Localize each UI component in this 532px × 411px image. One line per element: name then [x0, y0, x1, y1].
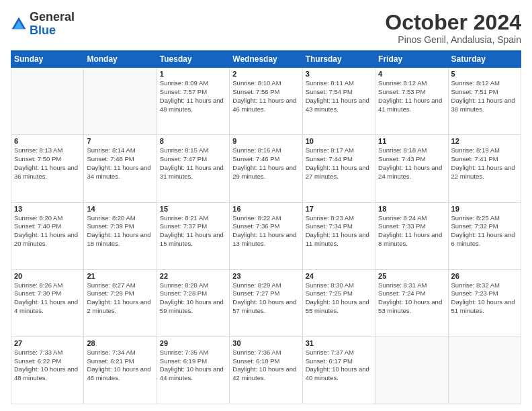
day-number: 15 [160, 205, 226, 213]
day-cell: 16Sunrise: 8:22 AMSunset: 7:36 PMDayligh… [230, 202, 302, 269]
page: General Blue October 2024 Pinos Genil, A… [0, 0, 532, 411]
week-row-1: 1Sunrise: 8:09 AMSunset: 7:57 PMDaylight… [11, 68, 521, 135]
day-info: Sunrise: 8:12 AMSunset: 7:51 PMDaylight:… [451, 79, 518, 113]
day-info: Sunrise: 7:37 AMSunset: 6:17 PMDaylight:… [306, 349, 372, 383]
day-number: 8 [160, 137, 226, 145]
day-info: Sunrise: 7:35 AMSunset: 6:19 PMDaylight:… [160, 349, 226, 383]
day-number: 16 [232, 205, 299, 213]
day-cell: 12Sunrise: 8:19 AMSunset: 7:41 PMDayligh… [448, 135, 521, 202]
day-cell: 17Sunrise: 8:23 AMSunset: 7:34 PMDayligh… [302, 202, 375, 269]
day-info: Sunrise: 8:20 AMSunset: 7:39 PMDaylight:… [87, 214, 153, 248]
day-info: Sunrise: 8:32 AMSunset: 7:23 PMDaylight:… [451, 281, 518, 316]
weekday-header-sunday: Sunday [11, 51, 84, 68]
day-cell: 29Sunrise: 7:35 AMSunset: 6:19 PMDayligh… [157, 336, 229, 404]
day-cell: 19Sunrise: 8:25 AMSunset: 7:32 PMDayligh… [448, 202, 521, 269]
day-cell: 2Sunrise: 8:10 AMSunset: 7:56 PMDaylight… [230, 68, 302, 135]
day-info: Sunrise: 8:26 AMSunset: 7:30 PMDaylight:… [14, 281, 81, 316]
logo-icon [11, 16, 27, 32]
day-number: 31 [306, 339, 372, 347]
day-cell: 31Sunrise: 7:37 AMSunset: 6:17 PMDayligh… [302, 336, 375, 404]
day-info: Sunrise: 8:09 AMSunset: 7:57 PMDaylight:… [160, 79, 226, 113]
day-cell: 30Sunrise: 7:36 AMSunset: 6:18 PMDayligh… [230, 336, 302, 404]
month-title: October 2024 [385, 11, 521, 34]
day-number: 30 [232, 339, 299, 347]
day-info: Sunrise: 8:25 AMSunset: 7:32 PMDaylight:… [451, 214, 518, 248]
day-info: Sunrise: 8:22 AMSunset: 7:36 PMDaylight:… [232, 214, 299, 248]
week-row-4: 20Sunrise: 8:26 AMSunset: 7:30 PMDayligh… [11, 269, 521, 336]
day-info: Sunrise: 8:29 AMSunset: 7:27 PMDaylight:… [232, 281, 299, 316]
day-number: 18 [378, 205, 445, 213]
day-number: 9 [232, 137, 299, 145]
day-info: Sunrise: 8:16 AMSunset: 7:46 PMDaylight:… [232, 146, 299, 181]
day-number: 5 [451, 70, 518, 78]
day-cell [11, 68, 84, 135]
weekday-header-saturday: Saturday [448, 51, 521, 68]
weekday-header-row: SundayMondayTuesdayWednesdayThursdayFrid… [11, 51, 521, 68]
weekday-header-thursday: Thursday [302, 51, 375, 68]
day-number: 11 [378, 137, 445, 145]
day-cell: 4Sunrise: 8:12 AMSunset: 7:53 PMDaylight… [375, 68, 448, 135]
day-number: 12 [451, 137, 518, 145]
day-number: 21 [87, 272, 153, 280]
day-number: 2 [232, 70, 299, 78]
day-number: 19 [451, 205, 518, 213]
day-cell [84, 68, 157, 135]
calendar-table: SundayMondayTuesdayWednesdayThursdayFrid… [11, 50, 521, 404]
day-info: Sunrise: 8:17 AMSunset: 7:44 PMDaylight:… [306, 146, 372, 181]
day-number: 27 [14, 339, 81, 347]
day-number: 10 [306, 137, 372, 145]
day-info: Sunrise: 7:36 AMSunset: 6:18 PMDaylight:… [232, 349, 299, 383]
weekday-header-wednesday: Wednesday [230, 51, 302, 68]
day-number: 24 [306, 272, 372, 280]
day-cell: 15Sunrise: 8:21 AMSunset: 7:37 PMDayligh… [157, 202, 229, 269]
day-info: Sunrise: 7:33 AMSunset: 6:22 PMDaylight:… [14, 349, 81, 383]
day-cell [375, 336, 448, 404]
day-number: 17 [306, 205, 372, 213]
day-info: Sunrise: 8:18 AMSunset: 7:43 PMDaylight:… [378, 146, 445, 181]
header: General Blue October 2024 Pinos Genil, A… [11, 11, 521, 45]
day-info: Sunrise: 8:28 AMSunset: 7:28 PMDaylight:… [160, 281, 226, 316]
weekday-header-monday: Monday [84, 51, 157, 68]
day-cell: 14Sunrise: 8:20 AMSunset: 7:39 PMDayligh… [84, 202, 157, 269]
day-cell: 6Sunrise: 8:13 AMSunset: 7:50 PMDaylight… [11, 135, 84, 202]
day-cell: 22Sunrise: 8:28 AMSunset: 7:28 PMDayligh… [157, 269, 229, 336]
logo: General Blue [11, 11, 75, 38]
day-number: 22 [160, 272, 226, 280]
day-info: Sunrise: 8:19 AMSunset: 7:41 PMDaylight:… [451, 146, 518, 181]
day-number: 1 [160, 70, 226, 78]
day-cell [448, 336, 521, 404]
day-info: Sunrise: 8:15 AMSunset: 7:47 PMDaylight:… [160, 146, 226, 181]
day-cell: 23Sunrise: 8:29 AMSunset: 7:27 PMDayligh… [230, 269, 302, 336]
day-cell: 27Sunrise: 7:33 AMSunset: 6:22 PMDayligh… [11, 336, 84, 404]
day-info: Sunrise: 8:13 AMSunset: 7:50 PMDaylight:… [14, 146, 81, 181]
day-info: Sunrise: 8:30 AMSunset: 7:25 PMDaylight:… [306, 281, 372, 316]
day-info: Sunrise: 8:20 AMSunset: 7:40 PMDaylight:… [14, 214, 81, 248]
weekday-header-friday: Friday [375, 51, 448, 68]
day-number: 26 [451, 272, 518, 280]
day-info: Sunrise: 7:34 AMSunset: 6:21 PMDaylight:… [87, 349, 153, 383]
day-number: 7 [87, 137, 153, 145]
day-cell: 26Sunrise: 8:32 AMSunset: 7:23 PMDayligh… [448, 269, 521, 336]
day-cell: 24Sunrise: 8:30 AMSunset: 7:25 PMDayligh… [302, 269, 375, 336]
day-cell: 28Sunrise: 7:34 AMSunset: 6:21 PMDayligh… [84, 336, 157, 404]
day-info: Sunrise: 8:23 AMSunset: 7:34 PMDaylight:… [306, 214, 372, 248]
day-number: 13 [14, 205, 81, 213]
day-cell: 3Sunrise: 8:11 AMSunset: 7:54 PMDaylight… [302, 68, 375, 135]
day-number: 25 [378, 272, 445, 280]
day-cell: 10Sunrise: 8:17 AMSunset: 7:44 PMDayligh… [302, 135, 375, 202]
logo-blue-text: Blue [30, 24, 56, 37]
day-info: Sunrise: 8:10 AMSunset: 7:56 PMDaylight:… [232, 79, 299, 113]
day-number: 3 [306, 70, 372, 78]
day-info: Sunrise: 8:27 AMSunset: 7:29 PMDaylight:… [87, 281, 153, 316]
weekday-header-tuesday: Tuesday [157, 51, 229, 68]
day-number: 23 [232, 272, 299, 280]
day-cell: 9Sunrise: 8:16 AMSunset: 7:46 PMDaylight… [230, 135, 302, 202]
day-number: 6 [14, 137, 81, 145]
day-cell: 25Sunrise: 8:31 AMSunset: 7:24 PMDayligh… [375, 269, 448, 336]
logo-general-text: General [30, 10, 75, 24]
week-row-5: 27Sunrise: 7:33 AMSunset: 6:22 PMDayligh… [11, 336, 521, 404]
title-block: October 2024 Pinos Genil, Andalusia, Spa… [385, 11, 521, 45]
day-cell: 18Sunrise: 8:24 AMSunset: 7:33 PMDayligh… [375, 202, 448, 269]
day-cell: 1Sunrise: 8:09 AMSunset: 7:57 PMDaylight… [157, 68, 229, 135]
location: Pinos Genil, Andalusia, Spain [385, 34, 521, 45]
